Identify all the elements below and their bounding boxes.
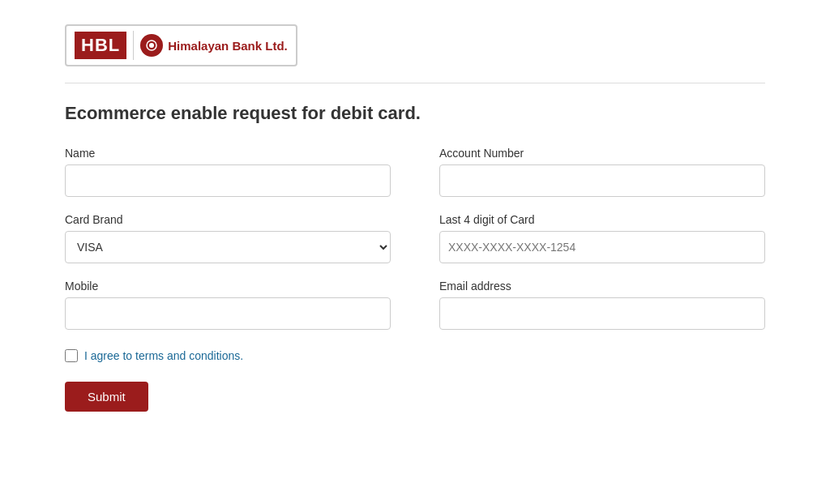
name-group: Name (65, 147, 391, 197)
page-title: Ecommerce enable request for debit card. (65, 103, 765, 124)
header-divider (65, 83, 765, 83)
card-brand-select[interactable]: VISA MasterCard American Express (65, 231, 391, 263)
last4digit-group: Last 4 digit of Card (439, 213, 765, 263)
submit-button[interactable]: Submit (65, 382, 148, 412)
name-input[interactable] (65, 164, 391, 197)
bank-icon (140, 34, 163, 57)
mobile-input[interactable] (65, 297, 391, 330)
terms-label[interactable]: I agree to terms and conditions. (84, 349, 243, 362)
logo-hbl-text: HBL (75, 32, 126, 59)
card-brand-group: Card Brand VISA MasterCard American Expr… (65, 213, 391, 263)
last4digit-input[interactable] (439, 231, 765, 263)
last4digit-label: Last 4 digit of Card (439, 213, 765, 226)
email-group: Email address (439, 280, 765, 330)
page-wrapper: HBL Himalayan Bank Ltd. Ecommerce enable… (0, 0, 830, 436)
logo-container: HBL Himalayan Bank Ltd. (65, 24, 297, 66)
terms-checkbox[interactable] (65, 349, 78, 362)
logo-right: Himalayan Bank Ltd. (140, 34, 288, 57)
form-grid: Name Account Number Card Brand VISA Mast… (65, 147, 765, 330)
logo-inner: HBL Himalayan Bank Ltd. (75, 31, 288, 60)
logo-divider (133, 31, 134, 60)
mobile-label: Mobile (65, 280, 391, 293)
terms-row: I agree to terms and conditions. (65, 349, 765, 362)
bank-name-text: Himalayan Bank Ltd. (168, 39, 288, 53)
name-label: Name (65, 147, 391, 160)
svg-point-1 (149, 43, 154, 48)
account-number-input[interactable] (439, 164, 765, 197)
ecommerce-form: Name Account Number Card Brand VISA Mast… (65, 147, 765, 412)
account-number-label: Account Number (439, 147, 765, 160)
email-label: Email address (439, 280, 765, 293)
account-number-group: Account Number (439, 147, 765, 197)
mobile-group: Mobile (65, 280, 391, 330)
email-input[interactable] (439, 297, 765, 330)
card-brand-label: Card Brand (65, 213, 391, 226)
